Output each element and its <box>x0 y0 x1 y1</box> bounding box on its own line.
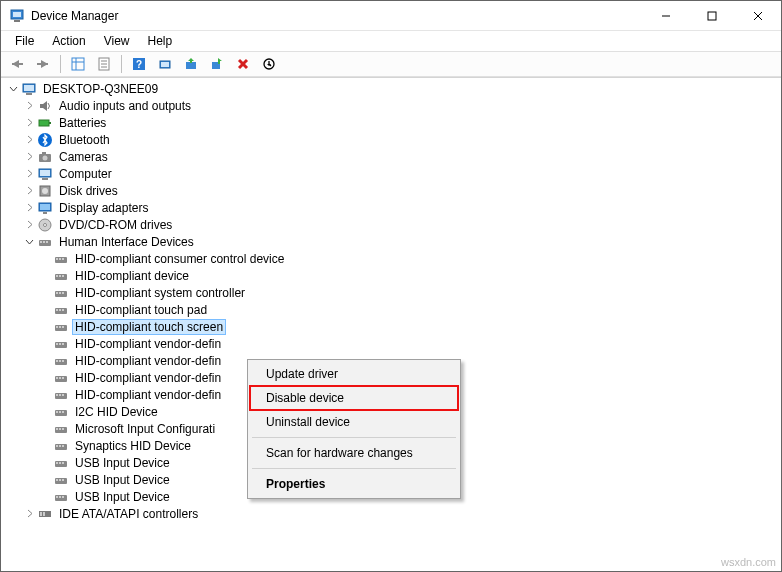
hid-device-icon <box>53 336 69 352</box>
tree-root[interactable]: DESKTOP-Q3NEE09 <box>1 80 781 97</box>
svg-rect-49 <box>56 258 58 260</box>
disable-device-button[interactable] <box>257 53 281 75</box>
display-icon <box>37 200 53 216</box>
maximize-button[interactable] <box>689 1 735 30</box>
tree-category[interactable]: Bluetooth <box>1 131 781 148</box>
tree-category[interactable]: Display adapters <box>1 199 781 216</box>
tree-category[interactable]: Computer <box>1 165 781 182</box>
tree-device-label: HID-compliant device <box>73 269 191 283</box>
speaker-icon <box>37 98 53 114</box>
watermark: wsxdn.com <box>721 556 776 568</box>
menu-view[interactable]: View <box>96 32 138 50</box>
tree-device[interactable]: HID-compliant touch pad <box>1 301 781 318</box>
expand-icon[interactable] <box>21 132 37 148</box>
tree-category[interactable]: Human Interface Devices <box>1 233 781 250</box>
expand-icon[interactable] <box>21 506 37 522</box>
back-button[interactable] <box>5 53 29 75</box>
svg-rect-67 <box>62 326 64 328</box>
tree-category-label: IDE ATA/ATAPI controllers <box>57 507 200 521</box>
hid-device-icon <box>53 302 69 318</box>
collapse-icon[interactable] <box>5 81 21 97</box>
ctx-uninstall-device[interactable]: Uninstall device <box>250 410 458 434</box>
svg-rect-20 <box>186 62 196 69</box>
menu-file[interactable]: File <box>7 32 42 50</box>
properties-button[interactable] <box>92 53 116 75</box>
tree-device-label: HID-compliant consumer control device <box>73 252 286 266</box>
hid-device-icon <box>53 370 69 386</box>
svg-rect-2 <box>14 20 20 22</box>
expand-icon[interactable] <box>21 200 37 216</box>
expand-icon[interactable] <box>21 115 37 131</box>
hid-device-icon <box>53 353 69 369</box>
ctx-update-driver[interactable]: Update driver <box>250 362 458 386</box>
tree-category-label: Disk drives <box>57 184 120 198</box>
svg-rect-81 <box>56 394 58 396</box>
svg-rect-93 <box>56 445 58 447</box>
menubar: File Action View Help <box>1 31 781 51</box>
expand-icon[interactable] <box>21 183 37 199</box>
hid-icon <box>37 234 53 250</box>
tree-device-label: HID-compliant vendor-defin <box>73 354 223 368</box>
tree-device-label: HID-compliant vendor-defin <box>73 371 223 385</box>
svg-rect-4 <box>708 12 716 20</box>
help-button[interactable]: ? <box>127 53 151 75</box>
tree-category-label: Computer <box>57 167 114 181</box>
svg-rect-101 <box>56 479 58 481</box>
tree-category-label: Cameras <box>57 150 110 164</box>
svg-rect-46 <box>43 241 45 243</box>
svg-rect-99 <box>62 462 64 464</box>
bluetooth-icon <box>37 132 53 148</box>
svg-rect-55 <box>62 275 64 277</box>
app-icon <box>9 8 25 24</box>
toolbar-separator <box>60 55 61 73</box>
hid-device-icon <box>53 472 69 488</box>
collapse-icon[interactable] <box>21 234 37 250</box>
expand-icon[interactable] <box>21 98 37 114</box>
close-button[interactable] <box>735 1 781 30</box>
hid-device-icon <box>53 268 69 284</box>
svg-rect-82 <box>59 394 61 396</box>
hid-device-icon <box>53 387 69 403</box>
tree-category-label: Human Interface Devices <box>57 235 196 249</box>
tree-category[interactable]: Cameras <box>1 148 781 165</box>
tree-device[interactable]: HID-compliant vendor-defin <box>1 335 781 352</box>
tree-device-label: Microsoft Input Configurati <box>73 422 217 436</box>
menu-action[interactable]: Action <box>44 32 93 50</box>
hid-device-icon <box>53 319 69 335</box>
uninstall-device-button[interactable] <box>231 53 255 75</box>
tree-category[interactable]: IDE ATA/ATAPI controllers <box>1 505 781 522</box>
tree-category-label: DVD/CD-ROM drives <box>57 218 174 232</box>
tree-device[interactable]: HID-compliant system controller <box>1 284 781 301</box>
scan-hardware-button[interactable] <box>153 53 177 75</box>
expand-icon[interactable] <box>21 166 37 182</box>
expand-icon[interactable] <box>21 149 37 165</box>
update-driver-button[interactable] <box>179 53 203 75</box>
svg-rect-106 <box>59 496 61 498</box>
svg-rect-50 <box>59 258 61 260</box>
svg-rect-78 <box>59 377 61 379</box>
ctx-scan-hardware[interactable]: Scan for hardware changes <box>250 441 458 465</box>
ctx-disable-device[interactable]: Disable device <box>250 386 458 410</box>
show-hide-tree-button[interactable] <box>66 53 90 75</box>
hid-device-icon <box>53 438 69 454</box>
tree-category[interactable]: DVD/CD-ROM drives <box>1 216 781 233</box>
toolbar-separator <box>121 55 122 73</box>
battery-icon <box>37 115 53 131</box>
enable-device-button[interactable] <box>205 53 229 75</box>
svg-rect-95 <box>62 445 64 447</box>
tree-device[interactable]: HID-compliant touch screen <box>1 318 781 335</box>
tree-device[interactable]: HID-compliant device <box>1 267 781 284</box>
menu-help[interactable]: Help <box>140 32 181 50</box>
svg-point-43 <box>44 223 47 226</box>
svg-rect-75 <box>62 360 64 362</box>
svg-rect-47 <box>46 241 48 243</box>
tree-device[interactable]: HID-compliant consumer control device <box>1 250 781 267</box>
minimize-button[interactable] <box>643 1 689 30</box>
tree-category[interactable]: Disk drives <box>1 182 781 199</box>
svg-rect-74 <box>59 360 61 362</box>
tree-category[interactable]: Audio inputs and outputs <box>1 97 781 114</box>
forward-button[interactable] <box>31 53 55 75</box>
expand-icon[interactable] <box>21 217 37 233</box>
ctx-properties[interactable]: Properties <box>250 472 458 496</box>
tree-category[interactable]: Batteries <box>1 114 781 131</box>
